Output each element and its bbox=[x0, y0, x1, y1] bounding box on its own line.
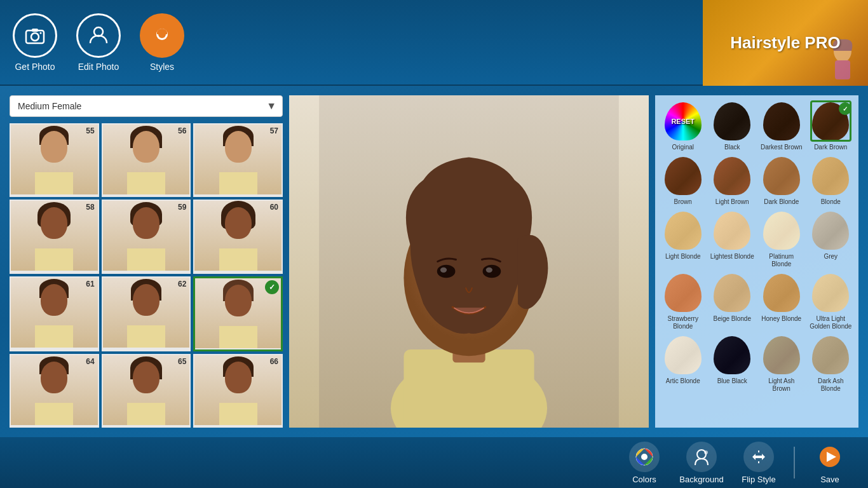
style-item-63[interactable]: ✓ bbox=[193, 276, 283, 351]
colors-label: Colors bbox=[632, 475, 656, 484]
ultra-light-golden-blonde-swatch bbox=[810, 272, 851, 313]
color-light-brown[interactable]: Light Brown bbox=[710, 155, 756, 206]
color-beige-blonde[interactable]: Beige Blonde bbox=[710, 272, 756, 330]
flip-icon bbox=[743, 442, 774, 472]
dark-blonde-swatch bbox=[761, 155, 802, 196]
background-icon bbox=[686, 442, 717, 472]
flip-style-button[interactable]: Flip Style bbox=[733, 442, 784, 484]
style-item-65[interactable]: 65 bbox=[102, 354, 191, 428]
color-dark-brown[interactable]: ✓ Dark Brown bbox=[808, 100, 854, 151]
color-label-dark-ash-blonde: Dark Ash Blonde bbox=[808, 377, 854, 393]
nav-edit-photo-label: Edit Photo bbox=[78, 62, 119, 72]
light-ash-brown-swatch bbox=[761, 334, 802, 376]
color-label-strawberry-blonde: Strawberry Blonde bbox=[660, 315, 706, 330]
style-item-64[interactable]: 64 bbox=[10, 354, 99, 428]
light-blonde-swatch bbox=[662, 210, 703, 251]
nav-get-photo[interactable]: Get Photo bbox=[13, 13, 57, 72]
nav-get-photo-label: Get Photo bbox=[15, 62, 55, 72]
style-item-59[interactable]: 59 bbox=[102, 200, 191, 273]
grey-swatch bbox=[810, 210, 851, 251]
style-number-55: 55 bbox=[86, 126, 94, 135]
background-label: Background bbox=[679, 475, 723, 484]
color-platinum-blonde[interactable]: Platinum Blonde bbox=[759, 210, 804, 268]
style-number-66: 66 bbox=[270, 357, 278, 366]
color-label-honey-blonde: Honey Blonde bbox=[761, 315, 801, 323]
svg-point-21 bbox=[704, 451, 708, 454]
blue-black-swatch bbox=[712, 334, 753, 376]
person-icon bbox=[76, 13, 121, 58]
color-label-light-blonde: Light Blonde bbox=[665, 253, 701, 261]
color-label-artic-blonde: Artic Blonde bbox=[666, 377, 700, 385]
colors-button[interactable]: Colors bbox=[619, 442, 670, 484]
nav-styles[interactable]: Styles bbox=[140, 13, 184, 72]
colors-panel: RESET Original Black Darkest Brown ✓ Dar… bbox=[655, 95, 858, 428]
color-label-lightest-blonde: Lightest Blonde bbox=[710, 253, 754, 261]
color-label-light-brown: Light Brown bbox=[715, 198, 749, 206]
color-label-black: Black bbox=[724, 144, 740, 151]
save-button[interactable]: Save bbox=[804, 442, 855, 484]
style-item-66[interactable]: 66 bbox=[193, 354, 283, 428]
color-lightest-blonde[interactable]: Lightest Blonde bbox=[710, 210, 756, 268]
color-selected-check: ✓ bbox=[839, 102, 851, 115]
color-label-brown: Brown bbox=[674, 198, 692, 206]
bottom-bar: Colors Background Flip Style bbox=[0, 437, 868, 488]
color-label-ultra-light-golden-blonde: Ultra Light Golden Blonde bbox=[808, 315, 854, 330]
svg-point-3 bbox=[40, 32, 42, 34]
color-label-dark-blonde: Dark Blonde bbox=[764, 198, 799, 206]
artic-blonde-swatch bbox=[662, 334, 703, 376]
reset-swatch: RESET bbox=[662, 100, 703, 142]
color-brown[interactable]: Brown bbox=[660, 155, 706, 206]
color-label-light-ash-brown: Light Ash Brown bbox=[759, 377, 804, 393]
color-artic-blonde[interactable]: Artic Blonde bbox=[660, 334, 706, 393]
nav-edit-photo[interactable]: Edit Photo bbox=[76, 13, 121, 72]
style-category-dropdown-wrapper[interactable]: Medium Female Short Female Long Female S… bbox=[10, 95, 283, 117]
style-selected-check: ✓ bbox=[265, 280, 279, 294]
style-item-61[interactable]: 61 bbox=[10, 276, 99, 351]
svg-point-19 bbox=[641, 454, 648, 460]
color-honey-blonde[interactable]: Honey Blonde bbox=[759, 272, 804, 330]
style-number-58: 58 bbox=[86, 203, 94, 212]
color-strawberry-blonde[interactable]: Strawberry Blonde bbox=[660, 272, 706, 330]
light-brown-swatch bbox=[712, 155, 753, 196]
lightest-blonde-swatch bbox=[712, 210, 753, 251]
color-ultra-light-golden-blonde[interactable]: Ultra Light Golden Blonde bbox=[808, 272, 854, 330]
style-item-58[interactable]: 58 bbox=[10, 200, 99, 273]
color-dark-ash-blonde[interactable]: Dark Ash Blonde bbox=[808, 334, 854, 393]
beige-blonde-swatch bbox=[712, 272, 753, 313]
color-blue-black[interactable]: Blue Black bbox=[710, 334, 756, 393]
color-label-beige-blonde: Beige Blonde bbox=[714, 315, 752, 323]
svg-rect-8 bbox=[835, 60, 850, 79]
style-category-dropdown[interactable]: Medium Female Short Female Long Female S… bbox=[10, 95, 283, 117]
hairstyle-icon bbox=[140, 13, 184, 58]
svg-rect-2 bbox=[32, 29, 38, 32]
background-button[interactable]: Background bbox=[676, 442, 727, 484]
svg-point-17 bbox=[486, 268, 492, 273]
colors-icon bbox=[629, 442, 660, 472]
color-label-darkest-brown: Darkest Brown bbox=[761, 144, 803, 151]
style-number-64: 64 bbox=[86, 357, 94, 366]
style-item-56[interactable]: 56 bbox=[102, 123, 191, 197]
color-label-dark-brown: Dark Brown bbox=[814, 144, 847, 151]
color-blonde[interactable]: Blonde bbox=[808, 155, 854, 206]
color-black[interactable]: Black bbox=[710, 100, 756, 151]
color-darkest-brown[interactable]: Darkest Brown bbox=[759, 100, 804, 151]
platinum-blonde-swatch bbox=[761, 210, 802, 251]
style-item-62[interactable]: 62 bbox=[102, 276, 191, 351]
color-dark-blonde[interactable]: Dark Blonde bbox=[759, 155, 804, 206]
style-number-61: 61 bbox=[86, 280, 94, 288]
style-item-55[interactable]: 55 bbox=[10, 123, 99, 197]
brand-logo: Hairstyle PRO bbox=[703, 0, 868, 86]
color-reset[interactable]: RESET Original bbox=[660, 100, 706, 151]
color-grey[interactable]: Grey bbox=[808, 210, 854, 268]
svg-point-6 bbox=[158, 30, 166, 38]
top-bar: Get Photo Edit Photo Styles bbox=[0, 0, 868, 86]
color-light-ash-brown[interactable]: Light Ash Brown bbox=[759, 334, 804, 393]
top-navigation: Get Photo Edit Photo Styles bbox=[13, 13, 184, 72]
color-light-blonde[interactable]: Light Blonde bbox=[660, 210, 706, 268]
style-item-57[interactable]: 57 bbox=[193, 123, 283, 197]
svg-point-1 bbox=[31, 33, 39, 41]
black-swatch bbox=[712, 100, 753, 142]
blonde-swatch bbox=[810, 155, 851, 196]
style-item-60[interactable]: 60 bbox=[193, 200, 283, 273]
photo-preview-panel bbox=[289, 95, 649, 428]
